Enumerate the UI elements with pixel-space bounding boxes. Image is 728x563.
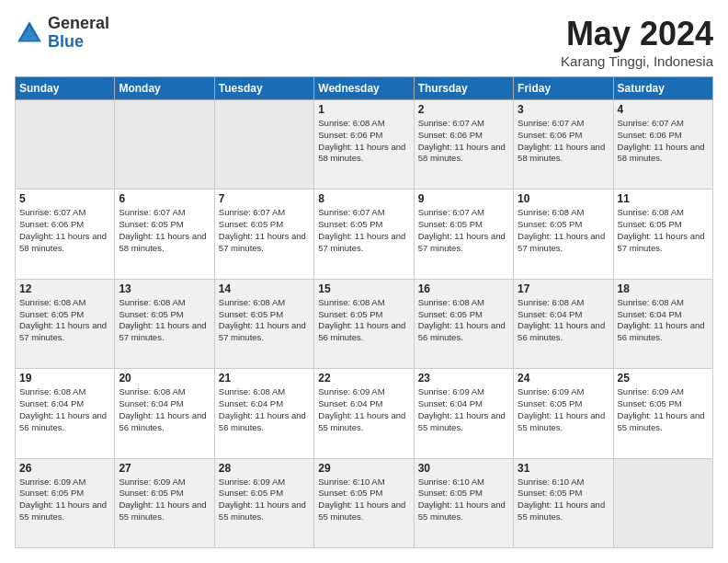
day-number: 11 — [618, 192, 709, 205]
calendar-week-row: 12Sunrise: 6:08 AM Sunset: 6:05 PM Dayli… — [16, 279, 713, 368]
calendar-cell: 15Sunrise: 6:08 AM Sunset: 6:05 PM Dayli… — [314, 279, 414, 368]
day-info: Sunrise: 6:08 AM Sunset: 6:04 PM Dayligh… — [219, 386, 310, 433]
logo-icon — [15, 18, 44, 48]
calendar-cell: 23Sunrise: 6:09 AM Sunset: 6:04 PM Dayli… — [414, 369, 513, 458]
day-info: Sunrise: 6:09 AM Sunset: 6:05 PM Dayligh… — [119, 477, 210, 523]
weekday-header-tuesday: Tuesday — [214, 77, 313, 100]
day-number: 28 — [219, 462, 310, 475]
calendar-cell: 14Sunrise: 6:08 AM Sunset: 6:05 PM Dayli… — [214, 279, 313, 368]
calendar-cell: 29Sunrise: 6:10 AM Sunset: 6:05 PM Dayli… — [314, 458, 414, 547]
calendar-cell: 31Sunrise: 6:10 AM Sunset: 6:05 PM Dayli… — [514, 458, 613, 547]
day-info: Sunrise: 6:10 AM Sunset: 6:05 PM Dayligh… — [418, 477, 509, 523]
day-info: Sunrise: 6:09 AM Sunset: 6:04 PM Dayligh… — [418, 386, 509, 433]
day-number: 8 — [318, 192, 409, 205]
calendar-cell: 28Sunrise: 6:09 AM Sunset: 6:05 PM Dayli… — [214, 458, 313, 547]
logo-text: General Blue — [48, 15, 109, 52]
calendar-subtitle: Karang Tinggi, Indonesia — [561, 53, 713, 69]
day-info: Sunrise: 6:07 AM Sunset: 6:06 PM Dayligh… — [618, 118, 709, 165]
calendar-cell — [16, 100, 115, 190]
calendar-cell — [214, 100, 313, 190]
day-number: 25 — [618, 372, 709, 385]
day-info: Sunrise: 6:08 AM Sunset: 6:04 PM Dayligh… — [618, 297, 709, 344]
day-number: 30 — [418, 462, 509, 475]
day-number: 22 — [318, 372, 409, 385]
day-number: 31 — [518, 462, 609, 475]
weekday-header-thursday: Thursday — [414, 77, 513, 100]
day-info: Sunrise: 6:10 AM Sunset: 6:05 PM Dayligh… — [318, 477, 409, 523]
day-number: 3 — [518, 103, 609, 116]
day-info: Sunrise: 6:10 AM Sunset: 6:05 PM Dayligh… — [518, 477, 609, 523]
calendar-cell: 4Sunrise: 6:07 AM Sunset: 6:06 PM Daylig… — [613, 100, 712, 190]
weekday-header-friday: Friday — [514, 77, 613, 100]
calendar-cell: 11Sunrise: 6:08 AM Sunset: 6:05 PM Dayli… — [613, 190, 712, 279]
day-number: 18 — [618, 282, 709, 295]
day-number: 26 — [19, 462, 110, 475]
day-info: Sunrise: 6:09 AM Sunset: 6:04 PM Dayligh… — [318, 386, 409, 433]
day-info: Sunrise: 6:08 AM Sunset: 6:04 PM Dayligh… — [518, 297, 609, 344]
weekday-header-monday: Monday — [115, 77, 214, 100]
day-number: 10 — [518, 192, 609, 205]
calendar-cell: 5Sunrise: 6:07 AM Sunset: 6:06 PM Daylig… — [16, 190, 115, 279]
calendar-cell: 30Sunrise: 6:10 AM Sunset: 6:05 PM Dayli… — [414, 458, 513, 547]
calendar-cell: 13Sunrise: 6:08 AM Sunset: 6:05 PM Dayli… — [115, 279, 214, 368]
logo-blue: Blue — [48, 33, 109, 52]
calendar-cell: 7Sunrise: 6:07 AM Sunset: 6:05 PM Daylig… — [214, 190, 313, 279]
day-number: 27 — [119, 462, 210, 475]
day-info: Sunrise: 6:08 AM Sunset: 6:04 PM Dayligh… — [119, 386, 210, 433]
day-number: 2 — [418, 103, 509, 116]
day-info: Sunrise: 6:08 AM Sunset: 6:05 PM Dayligh… — [418, 297, 509, 344]
day-number: 29 — [318, 462, 409, 475]
logo: General Blue — [15, 15, 109, 52]
weekday-header-saturday: Saturday — [613, 77, 712, 100]
day-number: 14 — [219, 282, 310, 295]
calendar-title: May 2024 — [561, 15, 713, 53]
calendar-cell: 1Sunrise: 6:08 AM Sunset: 6:06 PM Daylig… — [314, 100, 414, 190]
title-block: May 2024 Karang Tinggi, Indonesia — [561, 15, 713, 69]
day-info: Sunrise: 6:07 AM Sunset: 6:05 PM Dayligh… — [119, 207, 210, 254]
calendar-cell: 22Sunrise: 6:09 AM Sunset: 6:04 PM Dayli… — [314, 369, 414, 458]
calendar-week-row: 5Sunrise: 6:07 AM Sunset: 6:06 PM Daylig… — [16, 190, 713, 279]
day-number: 1 — [318, 103, 409, 116]
calendar-cell: 16Sunrise: 6:08 AM Sunset: 6:05 PM Dayli… — [414, 279, 513, 368]
day-number: 21 — [219, 372, 310, 385]
calendar-cell: 25Sunrise: 6:09 AM Sunset: 6:05 PM Dayli… — [613, 369, 712, 458]
day-info: Sunrise: 6:08 AM Sunset: 6:04 PM Dayligh… — [19, 386, 110, 433]
day-info: Sunrise: 6:07 AM Sunset: 6:05 PM Dayligh… — [219, 207, 310, 254]
calendar-week-row: 1Sunrise: 6:08 AM Sunset: 6:06 PM Daylig… — [16, 100, 713, 190]
weekday-header-sunday: Sunday — [16, 77, 115, 100]
day-number: 15 — [318, 282, 409, 295]
day-number: 13 — [119, 282, 210, 295]
calendar-cell: 24Sunrise: 6:09 AM Sunset: 6:05 PM Dayli… — [514, 369, 613, 458]
calendar-cell: 27Sunrise: 6:09 AM Sunset: 6:05 PM Dayli… — [115, 458, 214, 547]
calendar-cell: 17Sunrise: 6:08 AM Sunset: 6:04 PM Dayli… — [514, 279, 613, 368]
calendar-cell: 21Sunrise: 6:08 AM Sunset: 6:04 PM Dayli… — [214, 369, 313, 458]
day-number: 6 — [119, 192, 210, 205]
day-number: 24 — [518, 372, 609, 385]
logo-general: General — [48, 15, 109, 33]
day-info: Sunrise: 6:08 AM Sunset: 6:06 PM Dayligh… — [318, 118, 409, 165]
day-number: 9 — [418, 192, 509, 205]
calendar-cell: 20Sunrise: 6:08 AM Sunset: 6:04 PM Dayli… — [115, 369, 214, 458]
day-info: Sunrise: 6:08 AM Sunset: 6:05 PM Dayligh… — [518, 207, 609, 254]
day-number: 12 — [19, 282, 110, 295]
calendar-cell — [115, 100, 214, 190]
calendar-cell: 9Sunrise: 6:07 AM Sunset: 6:05 PM Daylig… — [414, 190, 513, 279]
day-number: 19 — [19, 372, 110, 385]
calendar-cell: 18Sunrise: 6:08 AM Sunset: 6:04 PM Dayli… — [613, 279, 712, 368]
calendar-week-row: 26Sunrise: 6:09 AM Sunset: 6:05 PM Dayli… — [16, 458, 713, 547]
day-number: 17 — [518, 282, 609, 295]
day-info: Sunrise: 6:08 AM Sunset: 6:05 PM Dayligh… — [119, 297, 210, 344]
calendar-cell: 3Sunrise: 6:07 AM Sunset: 6:06 PM Daylig… — [514, 100, 613, 190]
day-number: 16 — [418, 282, 509, 295]
calendar-cell — [613, 458, 712, 547]
day-info: Sunrise: 6:07 AM Sunset: 6:05 PM Dayligh… — [318, 207, 409, 254]
day-info: Sunrise: 6:07 AM Sunset: 6:06 PM Dayligh… — [19, 207, 110, 254]
day-info: Sunrise: 6:08 AM Sunset: 6:05 PM Dayligh… — [318, 297, 409, 344]
calendar-cell: 6Sunrise: 6:07 AM Sunset: 6:05 PM Daylig… — [115, 190, 214, 279]
day-number: 7 — [219, 192, 310, 205]
day-info: Sunrise: 6:09 AM Sunset: 6:05 PM Dayligh… — [219, 477, 310, 523]
day-info: Sunrise: 6:09 AM Sunset: 6:05 PM Dayligh… — [618, 386, 709, 433]
day-info: Sunrise: 6:07 AM Sunset: 6:06 PM Dayligh… — [518, 118, 609, 165]
calendar-week-row: 19Sunrise: 6:08 AM Sunset: 6:04 PM Dayli… — [16, 369, 713, 458]
page: General Blue May 2024 Karang Tinggi, Ind… — [0, 0, 728, 563]
